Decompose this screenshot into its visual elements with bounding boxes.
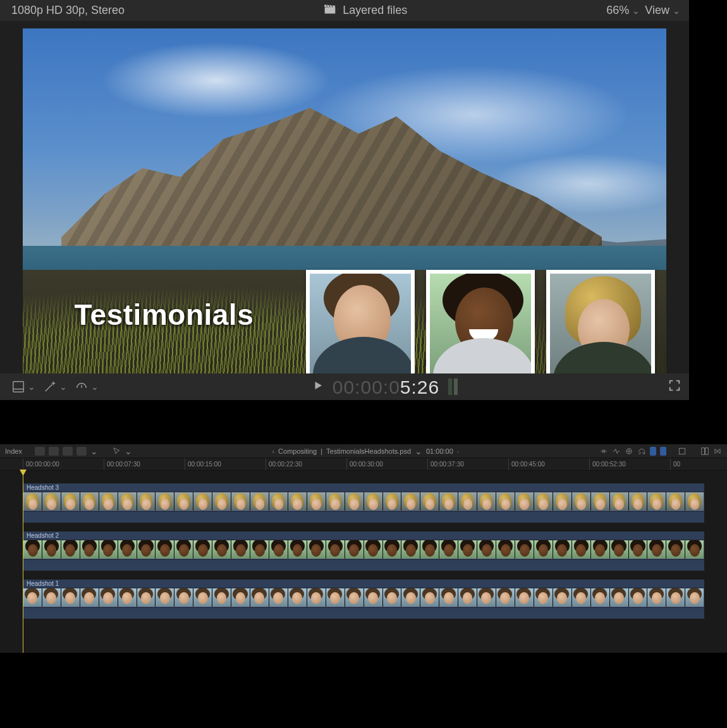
clip-thumb xyxy=(212,540,231,559)
timeline-ruler[interactable]: 00:00:00:0000:00:07:3000:00:15:0000:00:2… xyxy=(0,458,727,471)
clip-thumb xyxy=(42,588,61,607)
clip-appearance-4[interactable] xyxy=(76,447,87,456)
clip-strip[interactable] xyxy=(23,588,704,607)
viewer-canvas[interactable]: Testimonials xyxy=(0,21,689,373)
clip-thumb xyxy=(685,588,704,607)
headphones-icon[interactable] xyxy=(637,447,646,456)
fullscreen-button[interactable] xyxy=(668,379,681,395)
clip-thumb xyxy=(212,492,231,511)
viewer-footer: ⌄ ⌄ ⌄ 00:00:05:26 xyxy=(0,373,689,400)
enhance-tool[interactable]: ⌄ xyxy=(39,377,71,396)
clip-thumb xyxy=(269,540,288,559)
snapping-icon-2[interactable] xyxy=(660,447,666,456)
clip-thumb xyxy=(364,492,383,511)
playhead[interactable] xyxy=(23,471,23,653)
clip-thumb xyxy=(307,540,326,559)
skimming-icon[interactable] xyxy=(599,447,608,456)
ruler-tick: 00:00:30:00 xyxy=(346,458,383,470)
track-headshot-2[interactable]: Headshot 2 xyxy=(23,531,704,571)
clip-thumb xyxy=(231,588,250,607)
clip-thumb xyxy=(572,540,591,559)
clip-thumb xyxy=(477,588,496,607)
effects-browser-icon[interactable] xyxy=(678,447,687,456)
view-dropdown[interactable]: View ⌄ xyxy=(645,4,680,17)
zoom-value: 66% xyxy=(606,4,629,16)
clip-thumb xyxy=(666,540,685,559)
history-back-icon[interactable]: ‹ xyxy=(272,447,274,455)
timeline-body[interactable]: Headshot 3 Headshot 2 Headshot 1 xyxy=(0,471,727,653)
zoom-dropdown[interactable]: 66% ⌄ xyxy=(606,4,640,17)
clip-thumb xyxy=(156,492,174,511)
transition-browser-icon[interactable] xyxy=(713,447,722,456)
ruler-tick: 00:00:07:30 xyxy=(104,458,140,470)
timecode-display[interactable]: 00:00:05:26 xyxy=(333,376,439,398)
clip-thumb xyxy=(383,540,402,559)
clip-thumb xyxy=(42,492,61,511)
clip-thumb xyxy=(174,492,193,511)
clip-thumb xyxy=(231,492,250,511)
clip-thumb xyxy=(118,540,137,559)
clip-thumb xyxy=(496,492,515,511)
history-fwd-icon[interactable]: › xyxy=(457,447,460,455)
play-button[interactable] xyxy=(312,380,324,394)
clip-thumb xyxy=(515,492,534,511)
clip-appearance-3[interactable] xyxy=(63,447,73,456)
audio-meter xyxy=(448,379,458,395)
clip-thumb xyxy=(591,492,610,511)
clip-thumb xyxy=(629,540,648,559)
clip-thumb xyxy=(137,540,156,559)
clip-thumb xyxy=(420,492,439,511)
clip-thumb xyxy=(99,492,118,511)
clip-thumb xyxy=(250,588,269,607)
headshot-1 xyxy=(306,270,415,373)
select-tool-icon[interactable] xyxy=(112,447,121,456)
snapping-icon[interactable] xyxy=(650,447,656,456)
clip-thumb xyxy=(288,492,307,511)
clip-thumb xyxy=(307,492,326,511)
headshots-row xyxy=(306,270,655,373)
clip-thumb xyxy=(515,588,534,607)
clip-thumb xyxy=(572,492,591,511)
clip-thumb xyxy=(156,588,174,607)
audio-skimming-icon[interactable] xyxy=(612,447,621,456)
title-overlay: Testimonials xyxy=(74,298,254,332)
clip-thumb xyxy=(269,492,288,511)
retime-tool[interactable]: ⌄ xyxy=(71,377,102,396)
clip-thumb xyxy=(458,540,477,559)
clip-thumb xyxy=(269,588,288,607)
ruler-tick: 00:00:00:00 xyxy=(23,458,59,470)
clip-thumb xyxy=(137,588,156,607)
timeline-breadcrumb[interactable]: ‹ Compositing | TestimonialsHeadshots.ps… xyxy=(272,446,459,456)
track-headshot-3[interactable]: Headshot 3 xyxy=(23,483,704,523)
video-frame: Testimonials xyxy=(23,28,666,373)
track-headshot-1[interactable]: Headshot 1 xyxy=(23,579,704,619)
clip-thumb xyxy=(326,588,345,607)
clip-thumb xyxy=(647,492,666,511)
clip-thumb xyxy=(477,540,496,559)
clip-thumb xyxy=(364,588,383,607)
clip-thumb xyxy=(553,588,572,607)
clip-thumb xyxy=(118,492,137,511)
clip-strip[interactable] xyxy=(23,492,704,511)
clip-strip[interactable] xyxy=(23,540,704,559)
timeline-panel: Index ⌄ ⌄ ‹ Compositing | TestimonialsHe… xyxy=(0,444,727,653)
clip-thumb xyxy=(496,588,515,607)
ruler-tick: 00:00:52:30 xyxy=(589,458,626,470)
chevron-down-icon: ⌄ xyxy=(125,446,132,456)
clip-thumb xyxy=(99,540,118,559)
solo-icon[interactable] xyxy=(625,447,633,456)
clip-thumb xyxy=(193,540,212,559)
chevron-down-icon: ⌄ xyxy=(59,382,67,392)
clip-thumb xyxy=(534,540,553,559)
layout-icon[interactable] xyxy=(700,447,709,456)
headshot-3 xyxy=(546,270,655,373)
clip-thumb xyxy=(401,540,420,559)
transform-tool[interactable]: ⌄ xyxy=(8,377,39,396)
svg-rect-2 xyxy=(679,448,685,454)
index-button[interactable]: Index xyxy=(5,447,22,455)
clip-appearance-2[interactable] xyxy=(49,447,59,456)
clip-thumb xyxy=(439,540,458,559)
clip-appearance-1[interactable] xyxy=(35,447,45,456)
clip-thumb xyxy=(345,588,364,607)
clip-thumb xyxy=(156,540,174,559)
